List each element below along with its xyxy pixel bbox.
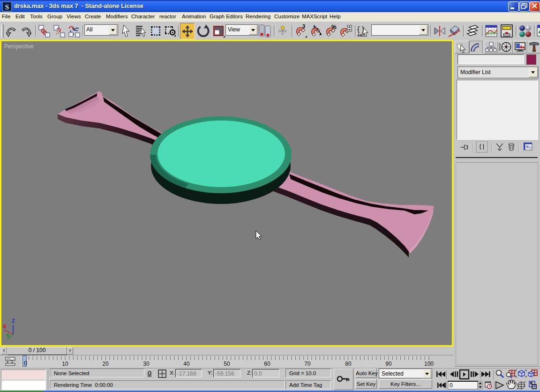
svg-text:ABC: ABC: [357, 33, 366, 38]
svg-text:X: X: [3, 324, 7, 329]
svg-text:30: 30: [143, 361, 150, 367]
svg-text:3: 3: [302, 24, 305, 29]
svg-text:90: 90: [385, 361, 392, 367]
svg-text:Y: Y: [6, 333, 10, 339]
svg-text:60: 60: [264, 361, 270, 367]
svg-text:100: 100: [424, 361, 434, 367]
svg-text:80: 80: [345, 361, 352, 367]
svg-text:Z: Z: [12, 318, 15, 324]
svg-text:40: 40: [183, 361, 190, 367]
svg-text:50: 50: [224, 361, 230, 367]
svg-text:0: 0: [450, 382, 453, 389]
svg-text:70: 70: [304, 361, 311, 367]
svg-text:%: %: [331, 24, 337, 30]
svg-text:S: S: [5, 3, 9, 11]
svg-text:20: 20: [102, 361, 109, 367]
svg-text:10: 10: [62, 361, 68, 367]
